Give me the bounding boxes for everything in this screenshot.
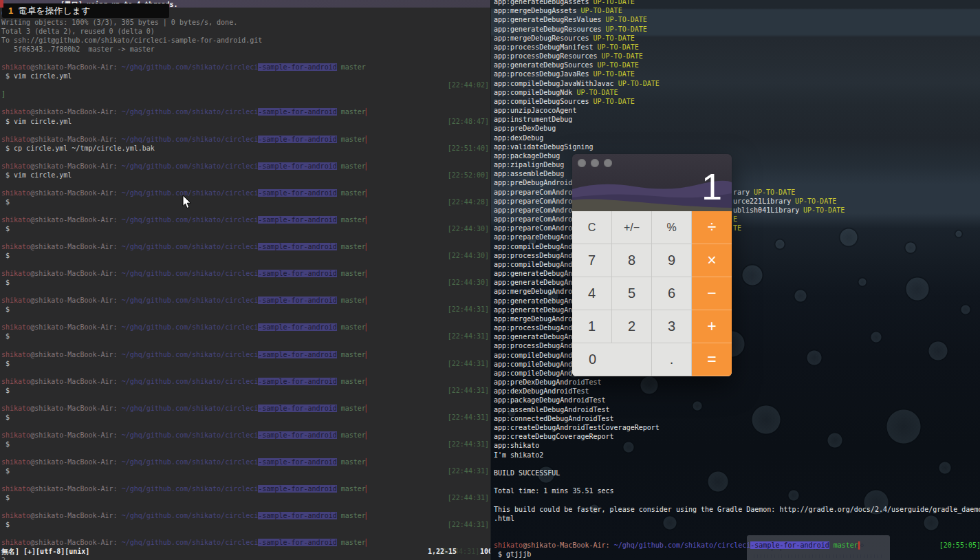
terminal-right-pane[interactable]: + ↑A ↓Z ◇◇◇ app:generateDebugAssets UP-T… <box>490 0 980 560</box>
terminal-row: $[22:44:30] <box>0 251 490 260</box>
terminal-row: app:generateDebugAn <box>491 332 980 341</box>
terminal-row: shikato@shikato-MacBook-Air: ~/ghq/githu… <box>0 135 490 144</box>
terminal-row: app:processDebugResources UP-TO-DATE <box>491 52 980 61</box>
terminal-row: ] <box>0 89 490 98</box>
terminal-row: app:preDebugAndroidTest <box>491 178 980 187</box>
terminal-row: app:dexDebugAndroidTest <box>491 387 980 396</box>
terminal-row: app:mergeDebugAssets UP-TO-DATE <box>491 6 980 15</box>
terminal-row: $[22:44:31] <box>0 413 490 422</box>
annotation-step-badge: 1 <box>8 6 13 16</box>
terminal-row: app:createDebugAndroidTestCoverageReport <box>491 423 980 432</box>
terminal-row: app:compileDebugAnd <box>491 260 980 269</box>
calc-key-2[interactable]: 2 <box>612 310 652 343</box>
terminal-row <box>0 260 490 269</box>
terminal-row: app:prepareComAndroE <box>491 215 980 224</box>
calc-key-8[interactable]: 8 <box>612 244 652 277</box>
terminal-row: 2 <box>0 556 490 560</box>
calculator-display: 1 <box>701 168 722 205</box>
terminal-row: app:validateDebugSigning <box>491 142 980 151</box>
terminal-row: app:mergeDebugResources UP-TO-DATE <box>491 34 980 43</box>
terminal-row: [22:44:31]無名] [+][utf-8][unix]1,22-15100 <box>0 547 490 556</box>
terminal-row <box>491 523 980 532</box>
calc-key-.[interactable]: . <box>652 343 692 376</box>
calc-key-−[interactable]: − <box>692 277 732 310</box>
terminal-row <box>0 449 490 457</box>
terminal-row: app:prepareComAndroublish041Library UP-T… <box>491 206 980 215</box>
terminal-left-pane[interactable]: [黒口] using up to 4 threads.Compressing o… <box>0 0 490 560</box>
terminal-row: I'm shikato2 <box>491 451 980 460</box>
calc-key-6[interactable]: 6 <box>652 277 692 310</box>
calc-key-÷[interactable]: ÷ <box>692 211 732 244</box>
calc-key-×[interactable]: × <box>692 244 732 277</box>
terminal-row: shikato@shikato-MacBook-Air: ~/ghq/githu… <box>0 296 490 305</box>
terminal-row <box>491 495 980 504</box>
annotation-tooltip: 1電卓を操作します <box>2 3 169 18</box>
terminal-row: shikato@shikato-MacBook-Air: ~/ghq/githu… <box>0 404 490 413</box>
close-button[interactable] <box>578 159 586 167</box>
terminal-row: app:mergeDebugAndro <box>491 287 980 296</box>
terminal-row: To ssh://git@github.com/shikato/circleci… <box>0 36 490 45</box>
calc-key-0[interactable]: 0 <box>572 343 652 376</box>
terminal-row: app:processDebugManifest UP-TO-DATE <box>491 43 980 52</box>
terminal-row: app:compileDebugAnd <box>491 242 980 251</box>
calc-key-1[interactable]: 1 <box>572 310 612 343</box>
minimize-button[interactable] <box>591 159 599 167</box>
terminal-row: shikato@shikato-MacBook-Air: ~/ghq/githu… <box>491 541 980 550</box>
calc-key-C[interactable]: C <box>572 211 612 244</box>
terminal-row <box>0 395 490 404</box>
terminal-row: shikato@shikato-MacBook-Air: ~/ghq/githu… <box>0 323 490 332</box>
terminal-row: app:processDebugAnd <box>491 251 980 260</box>
terminal-row: app:zipalignDebug <box>491 160 980 169</box>
calc-key-4[interactable]: 4 <box>572 277 612 310</box>
calc-key-7[interactable]: 7 <box>572 244 612 277</box>
terminal-row <box>0 475 490 484</box>
terminal-row <box>0 314 490 323</box>
terminal-row: $[22:44:30] <box>0 224 490 233</box>
terminal-row: app:connectedDebugAndroidTest <box>491 414 980 423</box>
calc-key-+/−[interactable]: +/− <box>612 211 652 244</box>
terminal-row: $ vim circle.yml[22:48:47] <box>0 117 490 126</box>
terminal-row: shikato@shikato-MacBook-Air: ~/ghq/githu… <box>0 377 490 386</box>
terminal-row: $[22:44:31] <box>0 520 490 529</box>
calc-key-=[interactable]: = <box>692 343 732 376</box>
terminal-row: $[22:44:31] <box>0 493 490 502</box>
terminal-row: app:createDebugCoverageReport <box>491 432 980 441</box>
terminal-row <box>0 502 490 511</box>
terminal-row: shikato@shikato-MacBook-Air: ~/ghq/githu… <box>0 107 490 116</box>
terminal-row: app:generateDebugAn <box>491 278 980 287</box>
terminal-row: $[22:44:31] <box>0 466 490 475</box>
terminal-row <box>0 54 490 63</box>
terminal-row: $ vim circle.yml[22:52:00] <box>0 171 490 180</box>
calc-key-5[interactable]: 5 <box>612 277 652 310</box>
calc-key-9[interactable]: 9 <box>652 244 692 277</box>
terminal-row: app:compileDebugAnd <box>491 369 980 378</box>
terminal-row <box>491 532 980 541</box>
terminal-row: app:prepareComAndroTE <box>491 224 980 233</box>
terminal-row: shikato@shikato-MacBook-Air: ~/ghq/githu… <box>0 484 490 493</box>
terminal-row: $[22:44:31] <box>0 332 490 341</box>
calc-key-3[interactable]: 3 <box>652 310 692 343</box>
terminal-row: shikato@shikato-MacBook-Air: ~/ghq/githu… <box>0 189 490 197</box>
calculator-titlebar[interactable]: 1 <box>572 154 732 211</box>
terminal-row: app:generateDebugAn <box>491 297 980 305</box>
terminal-row: $[22:44:31] <box>0 305 490 314</box>
terminal-row: $[22:44:31] <box>0 440 490 449</box>
terminal-row <box>0 341 490 350</box>
terminal-row: app:generateDebugSources UP-TO-DATE <box>491 61 980 69</box>
calculator-window[interactable]: 1 C+/−%÷789×456−123+0.= <box>572 154 732 376</box>
terminal-row: app:compileDebugNdk UP-TO-DATE <box>491 88 980 97</box>
terminal-row: app:dexDebug <box>491 133 980 142</box>
terminal-row: app:generateDebugAssets UP-TO-DATE <box>491 0 980 6</box>
calc-key-+[interactable]: + <box>692 310 732 343</box>
terminal-row: app:generateDebugAn <box>491 305 980 314</box>
terminal-row: Total time: 1 mins 35.51 secs <box>491 486 980 495</box>
zoom-button[interactable] <box>604 159 612 167</box>
terminal-row: shikato@shikato-MacBook-Air: ~/ghq/githu… <box>0 269 490 278</box>
terminal-row: app:mergeDebugAndro <box>491 314 980 323</box>
terminal-row: app:processDebugJavaRes UP-TO-DATE <box>491 69 980 78</box>
terminal-row <box>491 477 980 486</box>
calc-key-%[interactable]: % <box>652 211 692 244</box>
terminal-row: .html <box>491 514 980 523</box>
terminal-row <box>0 368 490 377</box>
terminal-row: $[22:44:28] <box>0 197 490 206</box>
